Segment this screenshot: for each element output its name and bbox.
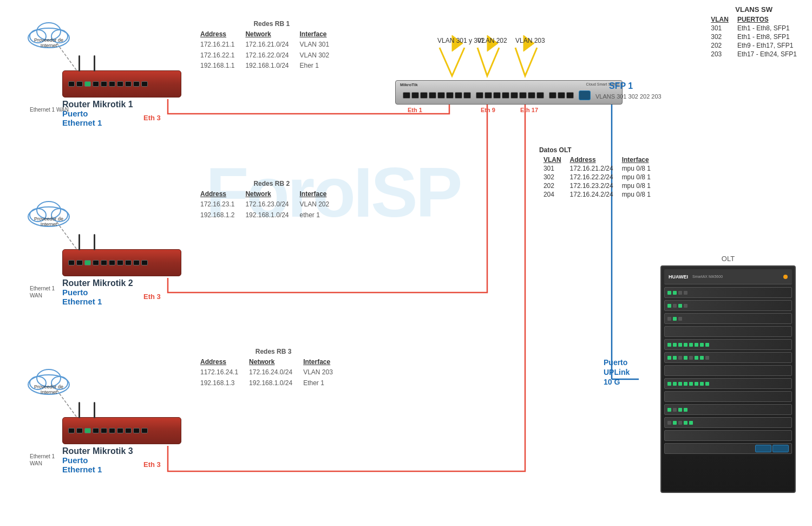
router-2-device: Router Mikrotik 2 PuertoEthernet 1 (62, 249, 181, 306)
table-row: 302 Eth1 - Eth8, SFP1 (706, 33, 801, 41)
rb1-iface-3: Eher 1 (299, 61, 343, 71)
olt-addr-302: 172.16.22.2/24 (566, 173, 618, 181)
cloud-3: Proveedor de Internet (24, 360, 73, 398)
rb1-addr-1: 172.16.21.1 (200, 40, 234, 50)
rb3-network-header: Network (249, 357, 292, 367)
router3-puerto: PuertoEthernet 1 (62, 456, 181, 474)
cloud-2: Proveedor de Internet (24, 192, 73, 230)
vlan-table-title: VLANS SW (706, 5, 801, 14)
rb1-network-header: Network (245, 29, 289, 40)
rb3-interface-header: Interface (303, 357, 346, 367)
switch-eth17-label: Eth 17 (520, 107, 538, 113)
olt-vlan-204: 204 (539, 190, 566, 199)
puertos-202: Eth9 - Eth17, SFP1 (733, 41, 801, 50)
olt-datos-title: Datos OLT (539, 146, 655, 154)
table-row: 302 172.16.22.2/24 mpu 0/8 1 (539, 173, 655, 181)
redes-rb2-title: Redes RB 2 (200, 179, 343, 189)
rb1-net-3: 192.168.1.0/24 (245, 61, 289, 71)
router3-eth1-wan: Ethernet 1WAN (30, 453, 55, 467)
olt-vlan-202: 202 (539, 181, 566, 190)
rb1-addr-2: 172.16.22.1 (200, 50, 234, 61)
rb1-iface-2: VLAN 302 (299, 50, 343, 61)
router2-eth3: Eth 3 (143, 293, 161, 301)
olt-uplink-label: PuertoUPLink10 G (604, 358, 630, 387)
rb3-net-2: 192.168.1.0/24 (249, 378, 292, 388)
olt-brand: HUAWEI (669, 274, 688, 280)
vlan-301: 301 (706, 24, 733, 33)
olt-iface-301: mpu 0/8 1 (618, 164, 655, 173)
redes-rb1: Redes RB 1 Address 172.16.21.1 172.16.22… (200, 19, 343, 71)
olt-addr-202: 172.16.23.2/24 (566, 181, 618, 190)
rb1-address-header: Address (200, 29, 234, 40)
router3-eth3: Eth 3 (143, 460, 161, 469)
olt-iface-204: mpu 0/8 1 (618, 190, 655, 199)
vlan-203-label: VLAN 203 (515, 37, 545, 44)
redes-rb3-title: Redes RB 3 (200, 347, 346, 357)
rb2-iface-1: VLAN 202 (299, 199, 343, 210)
router2-eth1-wan: Ethernet 1WAN (30, 285, 55, 299)
router1-eth3: Eth 3 (143, 114, 161, 122)
svg-text:Internet: Internet (41, 222, 57, 227)
table-row: 301 172.16.21.2/24 mpu 0/8 1 (539, 164, 655, 173)
puertos-301: Eth1 - Eth8, SFP1 (733, 24, 801, 33)
switch-eth1-label: Eth 1 (408, 107, 422, 113)
table-row: 204 172.16.24.2/24 mpu 0/8 1 (539, 190, 655, 199)
olt-data-table: Datos OLT VLAN Address Interface 301 172… (539, 146, 655, 199)
table-row: 202 Eth9 - Eth17, SFP1 (706, 41, 801, 50)
switch-eth9-label: Eth 9 (481, 107, 495, 113)
olt-led (783, 275, 788, 279)
vlan-table: VLANS SW VLAN PUERTOS 301 Eth1 - Eth8, S… (706, 5, 801, 59)
rb2-net-2: 192.168.1.0/24 (245, 210, 289, 220)
rb3-iface-1: VLAN 203 (303, 367, 346, 378)
router1-puerto: PuertoEthernet 1 (62, 109, 181, 127)
router-1-device: Router Mikrotik 1 PuertoEthernet 1 (62, 70, 181, 127)
rb1-net-2: 172.16.22.0/24 (245, 50, 289, 61)
vlan-202-label: VLAN 202 (477, 37, 507, 44)
rb2-addr-1: 172.16.23.1 (200, 199, 234, 210)
rb1-addr-3: 192.168.1.1 (200, 61, 234, 71)
rb3-net-1: 172.16.24.0/24 (249, 367, 292, 378)
olt-address-header: Address (566, 155, 618, 164)
table-row: 301 Eth1 - Eth8, SFP1 (706, 24, 801, 33)
redes-rb1-title: Redes RB 1 (200, 19, 343, 29)
puertos-203: Eth17 - Eth24, SFP1 (733, 50, 801, 59)
svg-text:Proveedor de: Proveedor de (34, 216, 63, 222)
olt-addr-204: 172.16.24.2/24 (566, 190, 618, 199)
svg-text:Internet: Internet (41, 389, 57, 395)
switch-logo: MikroTik (400, 82, 418, 87)
router2-title: Router Mikrotik 2 (62, 278, 181, 288)
rb3-addr-2: 192.168.1.3 (200, 378, 238, 388)
router1-eth1-wan: Ethernet 1 WAN (30, 106, 69, 113)
sfp1-label: SFP 1 (609, 81, 633, 91)
rb2-network-header: Network (245, 189, 289, 199)
olt-label: OLT (660, 255, 796, 263)
olt-vlan-header: VLAN (539, 155, 566, 164)
svg-text:Proveedor de: Proveedor de (34, 384, 63, 389)
rb3-iface-2: Ether 1 (303, 378, 346, 388)
rb2-interface-header: Interface (299, 189, 343, 199)
rb3-addr-1: 1172.16.24.1 (200, 367, 238, 378)
svg-text:Internet: Internet (41, 43, 57, 48)
rb2-iface-2: ether 1 (299, 210, 343, 220)
rb2-net-1: 172.16.23.0/24 (245, 199, 289, 210)
svg-text:Proveedor de: Proveedor de (34, 37, 63, 43)
router2-puerto: PuertoEthernet 1 (62, 288, 181, 306)
rb1-interface-header: Interface (299, 29, 343, 40)
vlan-col-header: VLAN (706, 15, 733, 24)
rb2-address-header: Address (200, 189, 234, 199)
olt-device: OLT HUAWEI SmartAX MA5600 (660, 255, 796, 493)
table-row: 203 Eth17 - Eth24, SFP1 (706, 50, 801, 59)
rb1-iface-1: VLAN 301 (299, 40, 343, 50)
olt-interface-header: Interface (618, 155, 655, 164)
olt-vlan-301: 301 (539, 164, 566, 173)
puertos-col-header: PUERTOS (733, 15, 801, 24)
vlan-202: 202 (706, 41, 733, 50)
switch-device: MikroTik Cloud Smart Switch (395, 80, 623, 105)
rb3-address-header: Address (200, 357, 238, 367)
redes-rb2: Redes RB 2 Address 172.16.23.1 192.168.1… (200, 179, 343, 220)
olt-model: SmartAX MA5600 (692, 275, 723, 278)
vlan-302: 302 (706, 33, 733, 41)
olt-iface-202: mpu 0/8 1 (618, 181, 655, 190)
table-row: 202 172.16.23.2/24 mpu 0/8 1 (539, 181, 655, 190)
redes-rb3: Redes RB 3 Address 1172.16.24.1 192.168.… (200, 347, 346, 388)
